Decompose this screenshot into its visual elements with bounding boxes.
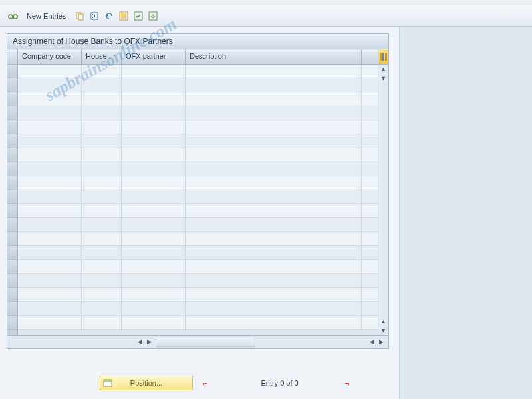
row-selector[interactable] [7, 78, 17, 92]
panel-title: Assignment of House Banks to OFX Partner… [7, 34, 388, 49]
table-row[interactable] [18, 218, 378, 232]
column-header-description[interactable]: Description [186, 49, 362, 64]
row-selector[interactable] [7, 274, 17, 288]
deselect-all-icon[interactable] [133, 11, 144, 21]
scrollbar-thumb[interactable] [156, 338, 255, 347]
delete-icon[interactable] [89, 11, 100, 21]
bracket-right: ¬ [345, 379, 349, 387]
svg-point-0 [9, 15, 13, 19]
right-empty-pane [399, 27, 532, 399]
table-row[interactable] [18, 106, 378, 120]
scroll-left-icon[interactable]: ◀ [135, 339, 144, 345]
vertical-scrollbar: ▲ ▼ ▲ ▼ [378, 49, 388, 335]
position-icon [103, 378, 112, 388]
grid-header-row: Company code House ... OFX partner Descr… [18, 49, 378, 65]
row-selector[interactable] [7, 92, 17, 106]
main-panel: Assignment of House Banks to OFX Partner… [7, 33, 389, 349]
position-button[interactable]: Position... [100, 376, 193, 390]
row-selector[interactable] [7, 148, 17, 162]
svg-rect-11 [385, 53, 387, 61]
row-selector[interactable] [7, 316, 17, 330]
table-row[interactable] [18, 92, 378, 106]
row-selector[interactable] [7, 302, 17, 316]
row-selector[interactable] [7, 176, 17, 190]
table-row[interactable] [18, 260, 378, 274]
table-row[interactable] [18, 176, 378, 190]
scroll-right-icon[interactable]: ▶ [376, 339, 386, 345]
table-row[interactable] [18, 274, 378, 288]
scroll-up-icon[interactable]: ▲ [379, 65, 388, 74]
column-header-house[interactable]: House ... [82, 49, 122, 64]
scroll-right-icon[interactable]: ▶ [144, 339, 154, 345]
scroll-down-icon[interactable]: ▼ [379, 74, 388, 83]
table-row[interactable] [18, 246, 378, 260]
row-selector[interactable] [7, 134, 17, 148]
table-row[interactable] [18, 204, 378, 218]
undo-icon[interactable] [104, 11, 114, 21]
svg-rect-3 [78, 14, 83, 20]
horizontal-scrollbar: ◀ ▶ ◀ ▶ [7, 335, 388, 348]
row-selector[interactable] [7, 232, 17, 246]
position-button-label: Position... [130, 379, 162, 387]
svg-rect-9 [380, 53, 382, 61]
table-row[interactable] [18, 78, 378, 92]
row-selector[interactable] [7, 204, 17, 218]
table-row[interactable] [18, 162, 378, 176]
application-toolbar: New Entries [0, 5, 532, 27]
row-selector[interactable] [7, 246, 17, 260]
entry-counter: Entry 0 of 0 [261, 379, 298, 387]
row-selector[interactable] [7, 162, 17, 176]
scroll-left-icon[interactable]: ◀ [367, 339, 376, 345]
row-selector[interactable] [7, 106, 17, 120]
table-row[interactable] [18, 65, 378, 78]
column-config-icon[interactable] [378, 49, 388, 65]
column-header-ofx-partner[interactable]: OFX partner [122, 49, 186, 64]
table-row[interactable] [18, 134, 378, 148]
row-selector[interactable] [7, 260, 17, 274]
svg-point-1 [13, 15, 17, 19]
column-header-company-code[interactable]: Company code [18, 49, 82, 64]
svg-rect-13 [104, 380, 112, 382]
new-entries-button[interactable]: New Entries [20, 10, 72, 22]
row-selector-column [7, 49, 18, 335]
copy-icon[interactable] [74, 11, 85, 21]
select-all-icon[interactable] [118, 11, 129, 21]
svg-rect-10 [382, 53, 384, 61]
table-row[interactable] [18, 288, 378, 302]
scroll-down-icon[interactable]: ▼ [379, 326, 388, 335]
table-row[interactable] [18, 232, 378, 246]
table-row[interactable] [18, 190, 378, 204]
table-row[interactable] [18, 316, 378, 330]
scroll-up-icon[interactable]: ▲ [379, 317, 388, 326]
table-row[interactable] [18, 148, 378, 162]
bracket-left: ⌐ [203, 379, 207, 387]
row-selector[interactable] [7, 190, 17, 204]
export-icon[interactable] [148, 11, 158, 21]
row-selector[interactable] [7, 120, 17, 134]
table-row[interactable] [18, 120, 378, 134]
row-selector[interactable] [7, 288, 17, 302]
footer-bar: Position... ⌐ Entry 0 of 0 ¬ [7, 376, 399, 390]
data-grid: Company code House ... OFX partner Descr… [7, 49, 388, 335]
table-row[interactable] [18, 302, 378, 316]
row-selector[interactable] [7, 218, 17, 232]
row-selector[interactable] [7, 65, 17, 78]
glasses-detail-icon[interactable] [7, 11, 18, 21]
svg-rect-6 [121, 13, 126, 19]
